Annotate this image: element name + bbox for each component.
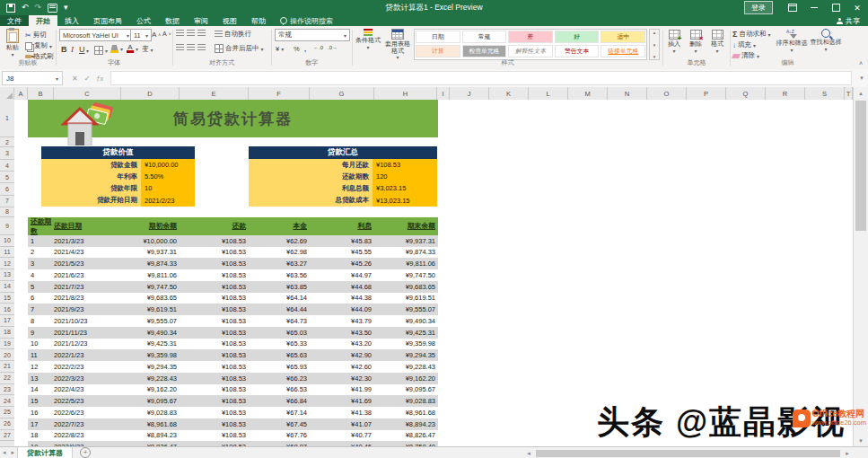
minimize-button[interactable] [803, 0, 825, 15]
gallery-down-icon[interactable]: ▾ [653, 42, 656, 48]
confirm-entry-icon[interactable]: ✓ [84, 75, 91, 83]
redo-icon[interactable]: ↷ [35, 4, 42, 12]
cell-style-chip[interactable]: 常规 [462, 31, 507, 43]
row-header[interactable]: 24 [0, 395, 14, 407]
copy-button[interactable]: 复制 ▾ [25, 41, 52, 50]
schedule-row[interactable]: 13 2022/3/23 ¥9,228.43 ¥108.53 ¥66.23 ¥4… [28, 373, 438, 384]
shrink-font-button[interactable]: A˅ [162, 31, 171, 37]
delete-cells-button[interactable]: × 删除 ▾ [687, 30, 705, 55]
schedule-row[interactable]: 1 2021/3/23 ¥10,000.00 ¥108.53 ¥62.69 ¥4… [28, 235, 438, 247]
formula-bar-expand-icon[interactable]: ▾ [855, 75, 868, 82]
grid-content[interactable]: 简易贷款计算器 贷款价值 贷款金额 ¥10,000.00 [14, 100, 853, 446]
sheet-tab[interactable]: 贷款计算器 [17, 447, 73, 458]
row-header[interactable]: 11 [0, 247, 14, 259]
schedule-row[interactable]: 6 2021/8/23 ¥9,683.65 ¥108.53 ¥64.14 ¥44… [28, 293, 438, 304]
column-header[interactable]: J [450, 87, 489, 100]
column-header[interactable]: I [437, 87, 450, 100]
paste-button[interactable]: 粘贴 ▾ [4, 29, 22, 58]
format-as-table-button[interactable]: 套用表格格式 ▾ [383, 29, 412, 62]
ribbon-tab[interactable]: 开始 [29, 15, 57, 26]
ribbon-tab[interactable]: 文件 [0, 15, 29, 26]
scroll-left-icon[interactable]: ◂ [523, 450, 534, 457]
loan-value-cell[interactable]: 10 [141, 182, 195, 194]
cell-style-chip[interactable]: 检查单元格 [462, 45, 507, 57]
ribbon-tab[interactable]: 页面布局 [86, 15, 129, 26]
align-right-icon[interactable] [197, 44, 206, 51]
schedule-row[interactable]: 16 2022/6/23 ¥9,028.83 ¥108.53 ¥67.14 ¥4… [28, 407, 438, 418]
column-header[interactable]: E [180, 87, 249, 100]
gallery-up-icon[interactable]: ▴ [653, 30, 656, 35]
merge-center-button[interactable]: 合并后居中 ▾ [215, 44, 264, 53]
row-header[interactable]: 4 [0, 160, 14, 172]
collapse-ribbon-icon[interactable]: ˄ [859, 60, 863, 66]
row-header[interactable]: 27 [0, 430, 14, 442]
borders-button[interactable]: ▾ [94, 46, 108, 55]
autosum-button[interactable]: Σ 自动求和▾ [732, 30, 770, 39]
cell-style-chip[interactable]: 链接单元格 [601, 45, 645, 57]
row-header[interactable]: 12 [0, 258, 14, 269]
schedule-row[interactable]: 11 2022/1/23 ¥9,359.98 ¥108.53 ¥65.63 ¥4… [28, 349, 438, 361]
align-top-icon[interactable] [176, 30, 184, 37]
save-icon[interactable] [6, 4, 15, 13]
qat-customize-icon[interactable]: ▾ [64, 4, 68, 12]
formula-input[interactable] [110, 71, 852, 85]
schedule-row[interactable]: 14 2022/4/23 ¥9,162.20 ¥108.53 ¥66.53 ¥4… [28, 384, 438, 396]
cell-style-chip[interactable]: 差 [508, 31, 553, 43]
conditional-formatting-button[interactable]: 条件格式 ▾ [355, 29, 381, 51]
column-header[interactable]: L [529, 87, 568, 100]
cut-button[interactable]: ✂ 剪切 [25, 31, 47, 40]
cancel-entry-icon[interactable]: ✕ [72, 75, 78, 83]
format-cells-button[interactable]: 格式 ▾ [708, 30, 726, 55]
cell-style-chip[interactable]: 计算 [416, 45, 460, 57]
cell-style-chip[interactable]: 警告文本 [555, 45, 600, 57]
vertical-align-buttons[interactable] [176, 30, 206, 37]
sort-filter-button[interactable]: 排序和筛选 ▾ [776, 29, 808, 54]
row-header[interactable]: 7 [0, 196, 14, 207]
horizontal-align-buttons[interactable] [176, 44, 206, 51]
font-color-button[interactable]: A▾ [127, 44, 138, 53]
cell-style-chip[interactable]: 好 [555, 31, 600, 43]
bold-button[interactable]: B [61, 45, 67, 54]
column-header[interactable]: B [28, 87, 54, 100]
number-format-select[interactable]: 常规 ▾ [275, 29, 350, 41]
column-header[interactable]: O [647, 87, 687, 100]
loan-summary-cell[interactable]: ¥3,023.15 [373, 182, 437, 194]
ribbon-tab[interactable]: 插入 [57, 15, 86, 26]
ribbon-tab[interactable]: 数据 [158, 15, 187, 26]
cell-style-chip[interactable]: 解释性文本 [508, 45, 553, 57]
schedule-row[interactable]: 17 2022/7/23 ¥8,961.68 ¥108.53 ¥67.45 ¥4… [28, 418, 438, 430]
loan-value-row[interactable]: 贷款金额 ¥10,000.00 [41, 159, 195, 171]
schedule-row[interactable]: 4 2021/6/23 ¥9,811.06 ¥108.53 ¥63.56 ¥44… [28, 269, 438, 281]
name-box[interactable]: J8 ▾ [2, 71, 63, 85]
schedule-row[interactable]: 5 2021/7/23 ¥9,747.50 ¥108.53 ¥63.85 ¥44… [28, 281, 438, 293]
cell-style-chip[interactable]: 日期 [416, 31, 460, 43]
schedule-row[interactable]: 7 2021/9/23 ¥9,619.51 ¥108.53 ¥64.44 ¥44… [28, 304, 438, 315]
tell-me-search[interactable]: 操作说明搜索 [273, 15, 340, 26]
maximize-button[interactable] [825, 0, 846, 15]
decrease-decimal-button[interactable]: .0→ [328, 45, 338, 50]
font-name-select[interactable]: Microsoft YaHei UI ▾ [59, 29, 133, 41]
column-header[interactable]: Q [726, 87, 766, 100]
row-header[interactable]: 1 [0, 100, 14, 137]
loan-value-row[interactable]: 贷款开始日期 2021/2/23 [41, 195, 195, 207]
scroll-down-icon[interactable]: ▼ [854, 435, 868, 446]
column-header[interactable]: P [687, 87, 726, 100]
row-header[interactable]: 25 [0, 407, 14, 418]
vertical-scrollbar[interactable]: ▲ ▼ [853, 87, 868, 446]
align-center-icon[interactable] [187, 44, 195, 51]
row-header[interactable]: 22 [0, 373, 14, 384]
preview-icon[interactable] [48, 4, 57, 13]
insert-function-icon[interactable]: ƒx [96, 75, 103, 83]
italic-button[interactable]: I [71, 45, 74, 54]
copy-dropdown-icon[interactable]: ▾ [49, 43, 52, 49]
loan-value-row[interactable]: 贷款年限 10 [41, 182, 195, 194]
column-header[interactable]: D [121, 87, 180, 100]
loan-value-cell[interactable]: 2021/2/23 [141, 195, 195, 207]
column-header[interactable]: N [608, 87, 647, 100]
row-header[interactable]: 3 [0, 147, 14, 160]
phonetic-guide-button[interactable]: 变▾ [142, 45, 153, 54]
row-header[interactable]: 23 [0, 384, 14, 396]
fill-button[interactable]: ↓ 填充▾ [732, 40, 756, 49]
ribbon-tab[interactable]: 公式 [129, 15, 158, 26]
fill-color-button[interactable]: ▾ [110, 45, 123, 53]
